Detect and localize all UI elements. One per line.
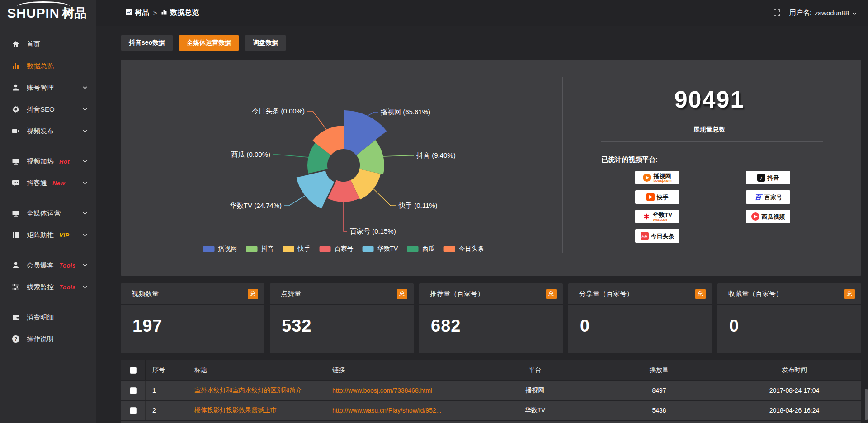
sidebar-item-label: 会员爆客 bbox=[27, 261, 54, 270]
chat-icon bbox=[12, 179, 20, 187]
total-badge: 总 bbox=[695, 289, 706, 299]
wasu-icon bbox=[642, 212, 651, 221]
platform-chip-baijiahao: 百 百家号 bbox=[746, 190, 790, 204]
sidebar-item-doukertong[interactable]: 抖客通 New bbox=[0, 172, 96, 194]
sidebar-item-douyin-seo[interactable]: 抖音SEO bbox=[0, 99, 96, 120]
app-logo[interactable]: SHUPIN 树品 bbox=[0, 0, 96, 26]
platform-chip-boosj: 播视网 boosj.com bbox=[635, 171, 679, 184]
user-menu[interactable]: 用户名: zswodun88 bbox=[789, 9, 857, 17]
pie-slice[interactable] bbox=[297, 171, 335, 209]
select-all-checkbox[interactable] bbox=[130, 367, 137, 374]
sidebar-item-video-publish[interactable]: 视频发布 bbox=[0, 120, 96, 142]
cell-url-link[interactable]: http://www.wasu.cn/Play/show/id/952... bbox=[326, 401, 479, 420]
sidebar-item-clue-monitor[interactable]: 线索监控 Tools bbox=[0, 276, 96, 298]
chevron-down-icon bbox=[83, 130, 87, 133]
pie-label-line bbox=[273, 155, 308, 157]
stat-card-value: 0 bbox=[717, 305, 861, 336]
stat-card-label: 分享量（百家号） bbox=[579, 290, 633, 298]
stat-card-recommendations: 推荐量（百家号） 总 682 bbox=[419, 283, 563, 353]
topbar: 树品 > 数据总览 用户名: zswodun88 bbox=[96, 0, 868, 26]
sidebar-item-label: 全媒体运营 bbox=[27, 209, 61, 218]
sidebar-item-account[interactable]: 账号管理 bbox=[0, 77, 96, 99]
legend-swatch bbox=[203, 246, 215, 252]
pie-label: 快手 (0.11%) bbox=[398, 202, 438, 209]
breadcrumb-separator: > bbox=[153, 9, 157, 17]
cell-title-link[interactable]: 楼体投影灯投影效果震撼上市 bbox=[189, 401, 326, 420]
legend-swatch bbox=[443, 246, 455, 252]
column-header-time: 发布时间 bbox=[727, 360, 861, 380]
legend-item[interactable]: 播视网 bbox=[203, 245, 237, 253]
topbar-right: 用户名: zswodun88 bbox=[774, 9, 857, 17]
tools-badge: Tools bbox=[59, 284, 76, 291]
sidebar-divider bbox=[8, 146, 88, 146]
legend-swatch bbox=[407, 246, 418, 252]
legend-swatch bbox=[283, 246, 294, 252]
stat-card-label: 视频数量 bbox=[132, 290, 159, 298]
sidebar-item-data-overview[interactable]: 数据总览 bbox=[0, 55, 96, 77]
stat-card-value: 532 bbox=[270, 305, 414, 336]
legend-item[interactable]: 今日头条 bbox=[443, 245, 484, 253]
question-circle-icon: ? bbox=[12, 335, 20, 343]
sidebar-item-label: 账号管理 bbox=[27, 84, 54, 92]
tab-inquiry-data[interactable]: 询盘数据 bbox=[245, 35, 286, 51]
chevron-down-icon bbox=[83, 234, 87, 237]
scrollbar-thumb[interactable] bbox=[865, 389, 868, 420]
stat-card-label: 收藏量（百家号） bbox=[728, 290, 783, 298]
legend-item[interactable]: 快手 bbox=[283, 245, 311, 253]
stat-card-value: 682 bbox=[419, 305, 563, 336]
sidebar-item-matrix-boost[interactable]: 矩阵助推 VIP bbox=[0, 224, 96, 246]
sidebar-item-help[interactable]: ? 操作说明 bbox=[0, 328, 96, 350]
cell-title-link[interactable]: 室外水纹灯和室内水纹灯的区别和简介 bbox=[189, 381, 326, 400]
table-row: 2 楼体投影灯投影效果震撼上市 http://www.wasu.cn/Play/… bbox=[121, 400, 861, 420]
xigua-icon bbox=[751, 212, 760, 221]
sidebar-item-label: 视频发布 bbox=[27, 127, 54, 136]
legend-label: 西瓜 bbox=[422, 245, 434, 253]
cell-url-link[interactable]: http://www.boosj.com/7338468.html bbox=[326, 381, 479, 400]
platform-name: 西瓜视频 bbox=[762, 214, 785, 220]
fullscreen-icon[interactable] bbox=[774, 9, 780, 16]
breadcrumb-root[interactable]: 树品 bbox=[126, 8, 149, 18]
sidebar-menu: 首页 数据总览 账号管理 抖音SEO 视频发布 视频加热 Hot bbox=[0, 26, 96, 350]
chevron-down-icon bbox=[83, 212, 87, 215]
impressions-total-label: 展现量总数 bbox=[693, 126, 725, 134]
sidebar-divider bbox=[8, 302, 88, 302]
legend-item[interactable]: 百家号 bbox=[320, 245, 354, 253]
sidebar-item-video-heat[interactable]: 视频加热 Hot bbox=[0, 150, 96, 172]
stat-card-shares: 分享量（百家号） 总 0 bbox=[568, 283, 712, 353]
sidebar-item-member-baoke[interactable]: 会员爆客 Tools bbox=[0, 254, 96, 276]
user-icon bbox=[12, 261, 20, 269]
legend-item[interactable]: 西瓜 bbox=[407, 245, 434, 253]
platform-chip-wasu: 华数TV wasu.cn bbox=[635, 210, 679, 223]
total-badge: 总 bbox=[248, 289, 258, 299]
sidebar-item-label: 首页 bbox=[27, 40, 40, 49]
sidebar-item-omnimedia[interactable]: 全媒体运营 bbox=[0, 202, 96, 224]
table-row: 1 室外水纹灯和室内水纹灯的区别和简介 http://www.boosj.com… bbox=[121, 380, 861, 400]
cell-index: 1 bbox=[146, 381, 189, 400]
tab-omnimedia-data[interactable]: 全媒体运营数据 bbox=[179, 35, 239, 51]
sidebar-divider bbox=[8, 250, 88, 250]
horizontal-divider bbox=[601, 141, 823, 142]
sidebar-item-expense-detail[interactable]: 消费明细 bbox=[0, 306, 96, 328]
stat-card-label: 点赞量 bbox=[281, 290, 301, 298]
row-checkbox[interactable] bbox=[130, 387, 137, 394]
breadcrumb-root-label: 树品 bbox=[135, 8, 149, 18]
platform-chip-column-right: ♪ 抖音 百 百家号 西瓜视频 bbox=[746, 171, 790, 223]
bar-chart-icon bbox=[12, 62, 20, 70]
legend-item[interactable]: 华数TV bbox=[363, 245, 398, 253]
sidebar-item-home[interactable]: 首页 bbox=[0, 33, 96, 55]
cell-platform: 华数TV bbox=[479, 401, 591, 420]
username-value: zswodun88 bbox=[815, 9, 849, 17]
tab-douyin-seo-data[interactable]: 抖音seo数据 bbox=[121, 35, 173, 51]
platform-name: 抖音 bbox=[768, 175, 779, 181]
breadcrumb-current[interactable]: 数据总览 bbox=[161, 8, 199, 18]
sidebar: SHUPIN 树品 首页 数据总览 账号管理 抖音SEO 视频发布 bbox=[0, 0, 96, 423]
table-header-row: 序号 标题 链接 平台 播放量 发布时间 bbox=[121, 360, 861, 380]
column-header-title: 标题 bbox=[189, 360, 326, 380]
breadcrumb-current-label: 数据总览 bbox=[170, 8, 199, 18]
user-icon bbox=[12, 84, 20, 92]
legend-item[interactable]: 抖音 bbox=[246, 245, 274, 253]
sidebar-divider bbox=[8, 198, 88, 198]
sidebar-item-label: 操作说明 bbox=[27, 335, 54, 343]
row-checkbox[interactable] bbox=[130, 407, 137, 414]
gear-icon bbox=[12, 105, 20, 113]
